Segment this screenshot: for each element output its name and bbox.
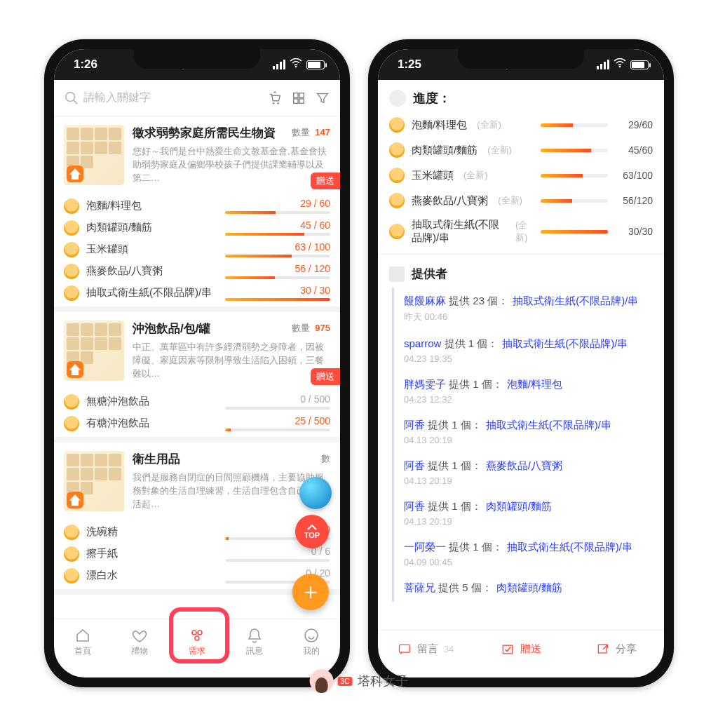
item-icon xyxy=(64,198,79,214)
provider-item: 抽取式衛生紙(不限品牌)/串 xyxy=(486,419,611,431)
item-name: 擦手紙 xyxy=(86,547,218,560)
comment-button[interactable]: 留言 34 xyxy=(378,631,473,668)
provider-row[interactable]: 胖媽雯子 提供 1 個：泡麵/料理包04.23 12:32 xyxy=(392,371,653,412)
progress-item: 泡麵/料理包29 / 60 xyxy=(64,195,330,217)
filter-icon[interactable] xyxy=(315,90,330,106)
gift-badge: 贈送 xyxy=(311,368,340,385)
progress-row: 燕麥飲品/八寶粥(全新)56/120 xyxy=(389,188,653,213)
needs-list[interactable]: 徵求弱勢家庭所需民生物資數量 147您好～我們是台中熱愛生命文教基金會,基金會扶… xyxy=(54,116,340,619)
providers-list[interactable]: 饅饅麻麻 提供 23 個：抽取式衛生紙(不限品牌)/串昨天 00:46sparr… xyxy=(378,288,664,602)
cart-icon[interactable] xyxy=(267,90,283,106)
item-count: 29 / 60 xyxy=(225,198,330,209)
provider-time: 昨天 00:46 xyxy=(404,311,653,323)
provider-row[interactable]: 一阿榮一 提供 1 個：抽取式衛生紙(不限品牌)/串04.09 00:45 xyxy=(392,534,653,574)
item-icon xyxy=(64,546,79,562)
scroll-top-button[interactable]: TOP xyxy=(295,515,329,548)
gift-button[interactable]: 贈送 xyxy=(473,631,569,668)
item-name: 燕麥飲品/八寶粥 xyxy=(86,264,218,278)
wifi-icon xyxy=(290,58,302,72)
progress-item-name: 泡麵/料理包 xyxy=(412,119,467,132)
provider-user: 菩薩兄 xyxy=(404,581,435,593)
progress-item: 漂白水0 / 20 xyxy=(64,565,330,586)
condition-label: (全新) xyxy=(463,169,488,182)
progress-icon xyxy=(389,90,406,107)
item-icon xyxy=(389,142,405,158)
progress-item: 無糖沖泡飲品0 / 500 xyxy=(64,391,330,412)
item-icon xyxy=(389,193,405,208)
item-name: 有糖沖泡飲品 xyxy=(86,417,218,430)
watermark-avatar xyxy=(310,669,334,693)
svg-point-9 xyxy=(192,631,196,635)
progress-item: 抽取式衛生紙(不限品牌)/串30 / 30 xyxy=(64,282,330,304)
provider-item: 燕麥飲品/八寶粥 xyxy=(486,459,562,471)
item-count: 56 / 120 xyxy=(225,263,330,274)
need-card[interactable]: 沖泡飲品/包/罐數量 975中正、萬華區中有許多經濟弱勢之身障者，因被障礙、家庭… xyxy=(54,312,340,443)
item-name: 漂白水 xyxy=(86,569,218,582)
status-time: 1:25 xyxy=(398,58,421,72)
item-icon xyxy=(64,264,79,279)
provider-time: 04.13 20:19 xyxy=(404,435,653,445)
card-thumbnail xyxy=(64,125,124,185)
progress-row: 泡麵/料理包(全新)29/60 xyxy=(389,112,653,137)
provider-time: 04.23 19:35 xyxy=(404,353,653,364)
provider-item: 抽取式衛生紙(不限品牌)/串 xyxy=(507,541,632,553)
add-button[interactable]: ＋ xyxy=(292,574,329,610)
provider-row[interactable]: 菩薩兄 提供 5 個：肉類罐頭/麵筋 xyxy=(392,574,653,602)
progress-count: 45/60 xyxy=(615,144,653,156)
svg-rect-16 xyxy=(598,645,607,653)
provider-user: 饅饅麻麻 xyxy=(404,295,446,306)
top-toolbar: 請輸入關鍵字 xyxy=(54,80,340,116)
item-count: 25 / 500 xyxy=(225,415,330,426)
item-icon xyxy=(64,416,79,431)
progress-row: 抽取式衛生紙(不限品牌)/串(全新)30/30 xyxy=(389,213,653,250)
provider-user: 阿香 xyxy=(404,500,425,512)
item-icon xyxy=(64,220,79,236)
search-placeholder: 請輸入關鍵字 xyxy=(83,90,151,105)
notch xyxy=(134,49,260,69)
progress-item: 有糖沖泡飲品25 / 500 xyxy=(64,412,330,434)
svg-point-13 xyxy=(619,66,621,68)
card-description: 中正、萬華區中有許多經濟弱勢之身障者，因被障礙、家庭因素等限制導致生活陷入困頓，… xyxy=(133,341,330,381)
progress-row: 肉類罐頭/麵筋(全新)45/60 xyxy=(389,137,653,163)
svg-point-4 xyxy=(277,102,279,105)
progress-item: 玉米罐頭63 / 100 xyxy=(64,238,330,260)
provider-time: 04.13 20:19 xyxy=(404,476,653,486)
item-name: 無糖沖泡飲品 xyxy=(86,395,218,408)
tab-gifts[interactable]: 禮物 xyxy=(111,619,169,665)
svg-rect-8 xyxy=(299,98,304,102)
tab-needs[interactable]: 需求 xyxy=(168,619,226,665)
svg-rect-6 xyxy=(299,93,304,97)
search-input[interactable]: 請輸入關鍵字 xyxy=(64,90,259,106)
card-quantity: 數量 975 xyxy=(292,322,330,335)
tab-mine[interactable]: 我的 xyxy=(283,619,340,665)
item-icon xyxy=(64,525,79,540)
tab-home[interactable]: 首頁 xyxy=(54,619,111,665)
provider-item: 肉類罐頭/麵筋 xyxy=(496,581,562,593)
provider-time: 04.23 12:32 xyxy=(404,394,653,405)
signal-icon xyxy=(597,60,609,69)
provider-user: 阿香 xyxy=(404,419,425,431)
item-icon xyxy=(64,285,79,301)
card-description: 您好～我們是台中熱愛生命文教基金會,基金會扶助弱勢家庭及偏鄉學校孩子們提供課業輔… xyxy=(133,145,330,185)
signal-icon xyxy=(273,60,285,69)
provider-item: 抽取式衛生紙(不限品牌)/串 xyxy=(513,295,638,306)
provider-time: 04.09 00:45 xyxy=(404,557,653,567)
need-card[interactable]: 衛生用品數我們是服務自閉症的日間照顧機構，主要協助服務對象的生活自理練習，生活自… xyxy=(54,443,340,595)
grid-view-icon[interactable] xyxy=(291,90,306,106)
share-button[interactable]: 分享 xyxy=(569,631,664,668)
provider-user: 胖媽雯子 xyxy=(404,378,446,390)
need-card[interactable]: 徵求弱勢家庭所需民生物資數量 147您好～我們是台中熱愛生命文教基金會,基金會扶… xyxy=(54,116,340,312)
progress-item-name: 抽取式衛生紙(不限品牌)/串 xyxy=(412,218,506,245)
progress-count: 29/60 xyxy=(615,119,653,130)
item-count: 45 / 60 xyxy=(225,220,330,231)
provider-row[interactable]: 阿香 提供 1 個：燕麥飲品/八寶粥04.13 20:19 xyxy=(392,452,653,493)
provider-row[interactable]: 饅饅麻麻 提供 23 個：抽取式衛生紙(不限品牌)/串昨天 00:46 xyxy=(392,288,653,330)
progress-count: 56/120 xyxy=(615,195,653,206)
provider-row[interactable]: 阿香 提供 1 個：肉類罐頭/麵筋04.13 20:19 xyxy=(392,493,653,534)
svg-point-10 xyxy=(198,631,202,635)
tab-messages[interactable]: 訊息 xyxy=(226,619,283,665)
provider-row[interactable]: sparrow 提供 1 個：抽取式衛生紙(不限品牌)/串04.23 19:35 xyxy=(392,330,653,371)
provider-user: sparrow xyxy=(404,337,441,349)
svg-rect-15 xyxy=(503,645,512,654)
provider-row[interactable]: 阿香 提供 1 個：抽取式衛生紙(不限品牌)/串04.13 20:19 xyxy=(392,412,653,452)
